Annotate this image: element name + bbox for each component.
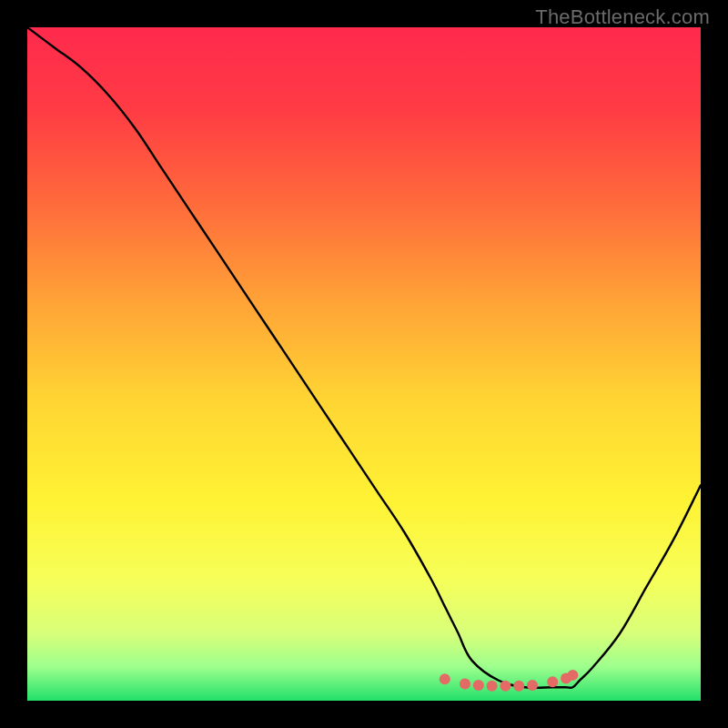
bottleneck-chart <box>27 27 701 701</box>
gradient-background <box>27 27 701 701</box>
chart-frame: TheBottleneck.com <box>0 0 728 728</box>
valley-dot <box>473 680 484 691</box>
watermark-text: TheBottleneck.com <box>535 5 710 29</box>
valley-dot <box>440 673 450 684</box>
valley-dot <box>513 681 524 692</box>
valley-dot <box>527 680 538 691</box>
valley-dot <box>547 676 558 687</box>
valley-dot <box>567 670 578 681</box>
valley-dot <box>460 679 470 690</box>
valley-dot <box>500 681 511 692</box>
valley-dot <box>487 681 498 692</box>
